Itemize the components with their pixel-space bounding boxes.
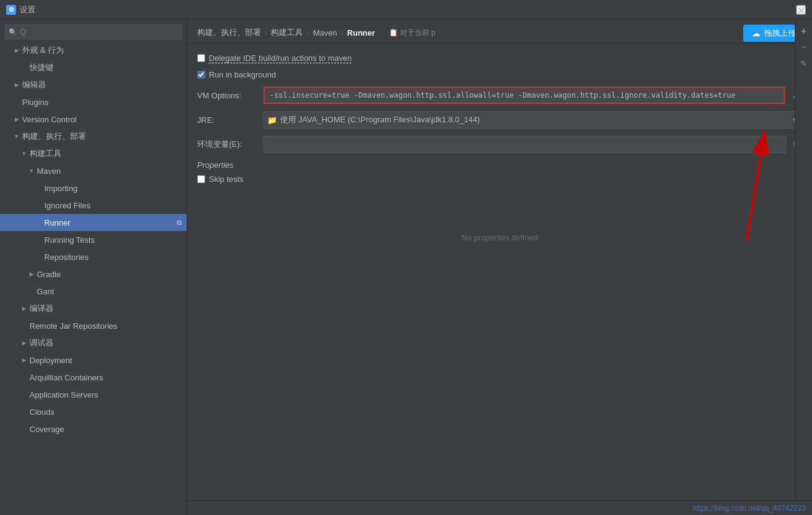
expand-icon: ▼ — [20, 149, 28, 158]
sidebar-label: Version Control — [22, 115, 77, 124]
breadcrumb-sep-2: › — [306, 28, 309, 37]
upload-label: 拖拽上传 — [764, 28, 796, 39]
content-area: 构建、执行、部署 › 构建工具 › Maven › Runner 📋 对于当前 … — [187, 20, 812, 515]
title-bar: ⚙ 设置 ✕ — [0, 0, 812, 20]
copy-icon: ⧉ — [177, 219, 182, 227]
sidebar-label: Deployment — [29, 356, 72, 365]
remove-property-btn[interactable]: − — [797, 41, 811, 54]
skip-tests-row: Skip tests — [197, 175, 802, 184]
sidebar-label: 构建工具 — [29, 148, 61, 159]
sidebar-label: Application Servers — [29, 390, 98, 399]
breadcrumb-sep-3: › — [341, 28, 343, 37]
expand-icon: ▶ — [20, 304, 28, 313]
close-button[interactable]: ✕ — [796, 5, 806, 15]
sidebar-label: Clouds — [29, 407, 54, 417]
sidebar-item-running-tests[interactable]: ▶ Running Tests ⧉ — [0, 231, 187, 248]
sidebar-label: Plugins — [22, 98, 49, 107]
sidebar-label: 编译器 — [29, 303, 53, 314]
sidebar-item-clouds[interactable]: ▶ Clouds — [0, 403, 187, 420]
expand-icon: ▶ — [27, 270, 36, 278]
delegate-label[interactable]: Delegate IDE build/run actions to maven — [197, 53, 352, 63]
title-bar-left: ⚙ 设置 — [6, 4, 36, 15]
sidebar-item-maven[interactable]: ▼ Maven — [0, 162, 187, 179]
run-background-text: Run in background — [209, 70, 276, 79]
skip-tests-label[interactable]: Skip tests — [197, 175, 243, 184]
delegate-checkbox[interactable] — [197, 54, 205, 62]
sidebar-item-runner[interactable]: ▶ Runner ⧉ — [0, 214, 187, 231]
breadcrumb-note: 📋 对于当前 p — [389, 28, 435, 38]
sidebar-label: Running Tests — [44, 235, 95, 245]
sidebar-label: 构建、执行、部署 — [22, 131, 86, 142]
expand-icon: ▶ — [12, 46, 21, 55]
sidebar-item-importing[interactable]: ▶ Importing ⧉ — [0, 179, 187, 197]
expand-icon: ▼ — [12, 132, 21, 141]
sidebar-label: 编辑器 — [22, 79, 46, 90]
csdn-link[interactable]: https://blog.csdn.net/qq_40742223 — [693, 504, 806, 513]
jre-row: JRE: 📁 使用 JAVA_HOME (C:\Program Files\Ja… — [197, 111, 802, 128]
sidebar-item-keymap[interactable]: ▶ 快捷键 — [0, 59, 187, 76]
skip-tests-text: Skip tests — [209, 175, 243, 184]
vm-options-input[interactable] — [264, 87, 785, 104]
sidebar-label: Remote Jar Repositories — [29, 321, 117, 331]
jre-select-wrapper[interactable]: 📁 使用 JAVA_HOME (C:\Program Files\Java\jd… — [264, 111, 802, 128]
edit-property-btn[interactable]: ✎ — [797, 57, 811, 70]
expand-icon: ▶ — [20, 356, 28, 364]
sidebar-item-appearance[interactable]: ▶ 外观 & 行为 — [0, 42, 187, 59]
upload-icon: ☁ — [752, 28, 760, 38]
sidebar: 🔍 ▶ 外观 & 行为 ▶ 快捷键 ▶ 编辑器 ▶ Plugins ▶ Vers… — [0, 20, 187, 515]
sidebar-item-build-tools[interactable]: ▼ 构建工具 ⧉ — [0, 145, 187, 162]
breadcrumb-item-1: 构建、执行、部署 — [197, 27, 261, 38]
sidebar-item-version-control[interactable]: ▶ Version Control ⧉ — [0, 111, 187, 128]
sidebar-label: Maven — [37, 167, 61, 176]
sidebar-label: Repositories — [44, 253, 88, 262]
search-input[interactable] — [5, 25, 182, 39]
settings-icon: ⚙ — [6, 5, 16, 15]
sidebar-item-gradle[interactable]: ▶ Gradle ⧉ — [0, 265, 187, 283]
breadcrumb: 构建、执行、部署 › 构建工具 › Maven › Runner 📋 对于当前 … — [187, 20, 812, 44]
sidebar-item-remote-jar[interactable]: ▶ Remote Jar Repositories ⧉ — [0, 317, 187, 334]
jre-value: 使用 JAVA_HOME (C:\Program Files\Java\jdk1… — [264, 111, 802, 128]
expand-icon: ▶ — [12, 81, 21, 89]
delegate-row: Delegate IDE build/run actions to maven — [197, 53, 802, 63]
sidebar-item-repositories[interactable]: ▶ Repositories ⧉ — [0, 248, 187, 265]
sidebar-label: 外观 & 行为 — [22, 45, 64, 56]
sidebar-item-plugins[interactable]: ▶ Plugins — [0, 93, 187, 111]
expand-icon: ▼ — [27, 167, 36, 175]
env-row: 环境变量(E): ⧉ — [197, 136, 802, 153]
sidebar-label: 快捷键 — [29, 62, 53, 73]
run-background-checkbox[interactable] — [197, 71, 205, 79]
sidebar-label: Arquillian Containers — [29, 373, 103, 382]
vm-options-row: VM Options: ⤢ — [197, 87, 802, 104]
sidebar-label: Coverage — [29, 425, 64, 434]
sidebar-item-app-servers[interactable]: ▶ Application Servers — [0, 386, 187, 403]
main-layout: 🔍 ▶ 外观 & 行为 ▶ 快捷键 ▶ 编辑器 ▶ Plugins ▶ Vers… — [0, 20, 812, 515]
sidebar-item-build-exec-deploy[interactable]: ▼ 构建、执行、部署 — [0, 128, 187, 145]
sidebar-item-compiler[interactable]: ▶ 编译器 ⧉ — [0, 300, 187, 317]
breadcrumb-sep-1: › — [265, 28, 267, 37]
properties-label: Properties — [197, 160, 802, 170]
expand-icon: ▶ — [20, 339, 28, 347]
search-box[interactable]: 🔍 — [5, 25, 182, 39]
sidebar-label: 调试器 — [29, 337, 53, 348]
env-input[interactable] — [264, 136, 786, 153]
sidebar-item-debugger[interactable]: ▶ 调试器 — [0, 334, 187, 352]
sidebar-item-editor[interactable]: ▶ 编辑器 — [0, 76, 187, 93]
add-property-btn[interactable]: + — [797, 25, 811, 38]
env-label: 环境变量(E): — [197, 139, 259, 150]
sidebar-item-deployment[interactable]: ▶ Deployment ⧉ — [0, 352, 187, 369]
sidebar-item-coverage[interactable]: ▶ Coverage ⧉ — [0, 420, 187, 438]
no-properties-text: No properties defined — [197, 233, 802, 242]
run-background-label[interactable]: Run in background — [197, 70, 276, 79]
vm-options-label: VM Options: — [197, 91, 259, 100]
sidebar-item-arquillian[interactable]: ▶ Arquillian Containers ⧉ — [0, 369, 187, 386]
sidebar-item-ignored-files[interactable]: ▶ Ignored Files ⧉ — [0, 197, 187, 214]
delegate-text: Delegate IDE build/run actions to maven — [209, 53, 352, 63]
breadcrumb-item-3: Maven — [313, 28, 337, 37]
skip-tests-checkbox[interactable] — [197, 175, 205, 183]
window-title: 设置 — [20, 4, 36, 15]
jre-label: JRE: — [197, 116, 259, 125]
run-background-row: Run in background — [197, 70, 802, 79]
sidebar-label: Gant — [37, 287, 54, 296]
sidebar-label: Gradle — [37, 270, 61, 279]
sidebar-item-gant[interactable]: ▶ Gant ⧉ — [0, 283, 187, 300]
